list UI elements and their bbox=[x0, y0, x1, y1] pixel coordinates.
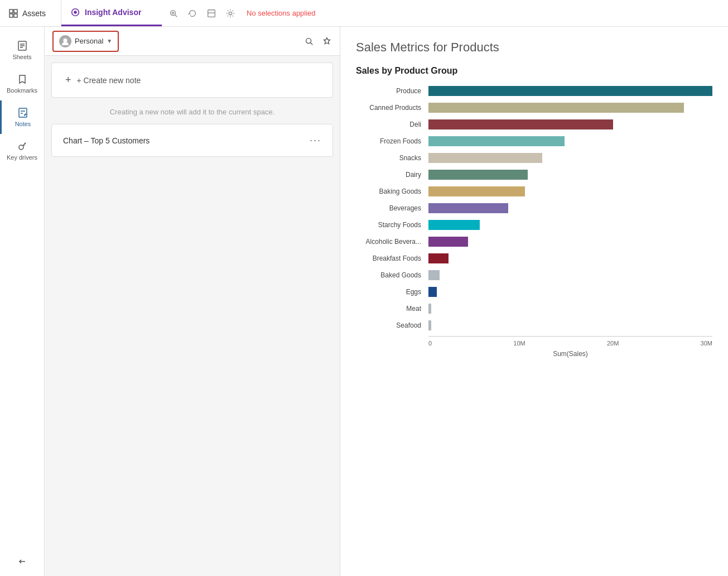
bar-track bbox=[428, 220, 712, 230]
panel-header: Personal ▼ bbox=[45, 27, 340, 56]
bar-track bbox=[428, 186, 712, 196]
note-card-menu-button[interactable]: ··· bbox=[310, 135, 321, 146]
bar-row: Beverages bbox=[428, 202, 712, 214]
svg-rect-1 bbox=[14, 9, 17, 13]
svg-rect-17 bbox=[19, 108, 27, 117]
x-axis-label: 10M bbox=[513, 340, 525, 347]
svg-point-23 bbox=[306, 38, 311, 43]
bar-row: Alcoholic Bevera... bbox=[428, 236, 712, 248]
svg-line-24 bbox=[311, 42, 313, 45]
bar-fill bbox=[428, 186, 525, 196]
svg-rect-2 bbox=[9, 14, 13, 17]
bar-fill bbox=[428, 237, 468, 247]
notes-icon bbox=[17, 107, 28, 118]
settings-icon[interactable] bbox=[225, 8, 235, 18]
bar-track bbox=[428, 119, 712, 129]
bar-fill bbox=[428, 136, 565, 146]
sidebar-item-bookmarks[interactable]: Bookmarks bbox=[0, 67, 44, 100]
bar-fill bbox=[428, 304, 431, 314]
assets-nav-item[interactable]: Assets bbox=[0, 0, 61, 26]
bar-row: Frozen Foods bbox=[428, 135, 712, 147]
bar-fill bbox=[428, 203, 508, 213]
bar-track bbox=[428, 270, 712, 280]
sidebar-collapse[interactable] bbox=[0, 556, 44, 576]
search-zoom-icon[interactable] bbox=[168, 8, 179, 18]
bar-track bbox=[428, 86, 712, 96]
svg-rect-3 bbox=[14, 14, 17, 17]
sidebar-item-notes[interactable]: Notes bbox=[0, 100, 44, 134]
svg-point-5 bbox=[74, 11, 76, 13]
bar-chart: ProduceCanned ProductsDeliFrozen FoodsSn… bbox=[356, 85, 712, 386]
bar-fill bbox=[428, 253, 449, 263]
bar-fill bbox=[428, 103, 684, 113]
avatar bbox=[59, 35, 71, 47]
bar-track bbox=[428, 237, 712, 247]
bookmark-icon bbox=[17, 74, 28, 85]
bar-label: Alcoholic Bevera... bbox=[356, 236, 426, 248]
x-axis-label: 20M bbox=[607, 340, 619, 347]
bar-label: Produce bbox=[356, 85, 426, 97]
top-bar: Assets Insight Advisor No selections app… bbox=[0, 0, 728, 27]
bar-label: Frozen Foods bbox=[356, 135, 426, 147]
assets-label: Assets bbox=[22, 9, 46, 18]
bar-track bbox=[428, 203, 712, 213]
create-note-hint: Creating a new note will add it to the c… bbox=[51, 103, 333, 118]
sidebar-item-sheets[interactable]: Sheets bbox=[0, 33, 44, 67]
bar-track bbox=[428, 170, 712, 180]
x-axis-label: 0 bbox=[428, 340, 432, 347]
bar-row: Seafood bbox=[428, 319, 712, 332]
bar-track bbox=[428, 253, 712, 263]
bar-fill bbox=[428, 153, 542, 163]
panel-header-actions bbox=[304, 36, 332, 46]
bar-fill bbox=[428, 287, 437, 297]
bar-track bbox=[428, 136, 712, 146]
bar-row: Baked Goods bbox=[428, 269, 712, 281]
collapse-icon bbox=[17, 556, 28, 567]
refresh-icon[interactable] bbox=[187, 8, 197, 18]
note-card-top-customers[interactable]: Chart – Top 5 Customers ··· bbox=[51, 124, 333, 157]
toolbar-actions: No selections applied bbox=[162, 8, 322, 18]
personal-label: Personal bbox=[75, 37, 103, 45]
svg-line-7 bbox=[175, 15, 177, 17]
svg-point-22 bbox=[63, 38, 67, 42]
chart-area: Sales Metrics for Products Sales by Prod… bbox=[340, 27, 728, 576]
note-card-title: Chart – Top 5 Customers bbox=[63, 136, 150, 145]
sheets-icon bbox=[17, 40, 28, 51]
bar-label: Breakfast Foods bbox=[356, 252, 426, 265]
x-axis: 010M20M30M bbox=[428, 336, 712, 347]
sidebar-item-key-drivers[interactable]: Key drivers bbox=[0, 134, 44, 167]
bar-row: Starchy Foods bbox=[428, 219, 712, 231]
bar-fill bbox=[428, 320, 431, 330]
bar-fill bbox=[428, 220, 480, 230]
bar-label: Meat bbox=[356, 303, 426, 315]
bar-row: Eggs bbox=[428, 286, 712, 298]
bar-label: Dairy bbox=[356, 169, 426, 181]
insight-advisor-tab[interactable]: Insight Advisor bbox=[61, 0, 162, 26]
bar-label: Canned Products bbox=[356, 102, 426, 114]
bar-track bbox=[428, 287, 712, 297]
insight-icon bbox=[70, 7, 80, 17]
pin-icon[interactable] bbox=[322, 36, 332, 46]
bar-row: Canned Products bbox=[428, 102, 712, 114]
chevron-down-icon: ▼ bbox=[107, 38, 112, 44]
bar-label: Eggs bbox=[356, 286, 426, 298]
search-icon[interactable] bbox=[304, 36, 314, 46]
layout-icon1[interactable] bbox=[206, 8, 216, 18]
bar-label: Deli bbox=[356, 118, 426, 131]
bar-fill bbox=[428, 86, 712, 96]
x-axis-title: Sum(Sales) bbox=[428, 350, 712, 358]
svg-rect-10 bbox=[208, 9, 215, 17]
x-axis-label: 30M bbox=[701, 340, 712, 347]
personal-dropdown[interactable]: Personal ▼ bbox=[52, 31, 119, 52]
bar-track bbox=[428, 320, 712, 330]
create-note-card[interactable]: + + Create new note bbox=[51, 63, 333, 98]
bar-row: Produce bbox=[428, 85, 712, 97]
bar-row: Baking Goods bbox=[428, 185, 712, 198]
bar-label: Snacks bbox=[356, 152, 426, 164]
sidebar: Sheets Bookmarks Notes Key drivers bbox=[0, 27, 45, 576]
bar-fill bbox=[428, 119, 613, 129]
bar-label: Starchy Foods bbox=[356, 219, 426, 231]
grid-icon bbox=[9, 9, 18, 18]
bar-row: Breakfast Foods bbox=[428, 252, 712, 265]
bar-track bbox=[428, 304, 712, 314]
